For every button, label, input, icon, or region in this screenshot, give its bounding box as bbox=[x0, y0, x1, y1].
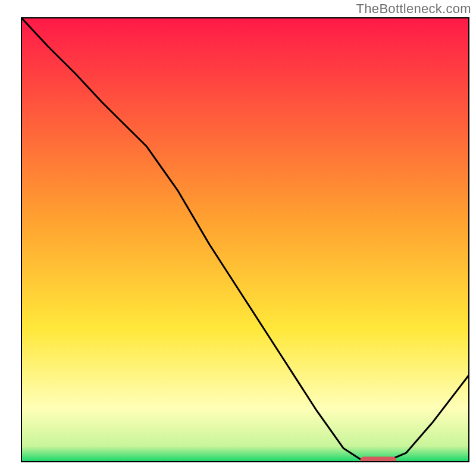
bottleneck-chart: TheBottleneck.com bbox=[0, 0, 476, 476]
chart-svg bbox=[0, 0, 476, 476]
watermark-text: TheBottleneck.com bbox=[356, 1, 471, 17]
gradient-background bbox=[21, 18, 469, 462]
plot-area bbox=[21, 18, 469, 462]
